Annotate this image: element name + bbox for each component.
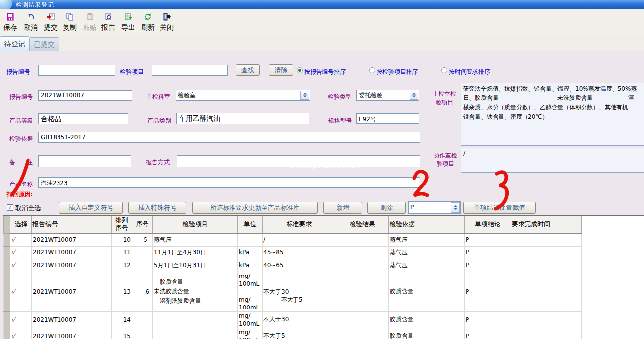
row-check[interactable]: √ <box>10 233 32 246</box>
cell-result[interactable] <box>336 311 389 328</box>
update-standard-button[interactable]: 所选标准要求更新至产品标准库 <box>192 202 318 214</box>
row-selector[interactable] <box>4 311 10 328</box>
main-items-textarea[interactable]: 研究法辛烷值、抗爆指数、铅含量、馏程、10%蒸发温度、50%蒸 日、胶质含量 未… <box>461 83 644 146</box>
cell-standard: 不大于30 <box>263 311 336 328</box>
row-check[interactable]: √ <box>10 246 32 259</box>
clear-button[interactable]: 清除 <box>269 64 293 76</box>
cancel-button[interactable]: 取消 <box>21 13 41 33</box>
row-selector[interactable] <box>4 246 10 259</box>
report-method-label: 报告方式 <box>146 158 170 167</box>
save-icon <box>6 13 14 23</box>
col-result: 检验结果 <box>336 216 389 233</box>
spinner-icon[interactable] <box>300 91 309 100</box>
cell-standard: / <box>263 233 336 246</box>
copy-button[interactable]: 复制 <box>60 13 80 33</box>
row-check[interactable]: √ <box>10 328 32 339</box>
cell-unit <box>238 233 263 246</box>
export-icon <box>124 13 132 23</box>
sort-by-time-radio[interactable] <box>441 67 447 73</box>
cell-standard: 不大于5 <box>263 328 336 339</box>
col-standard: 标准要求 <box>263 216 336 233</box>
cell-report-no: 2021WT10007 <box>32 272 112 311</box>
cancel-label: 取消 <box>24 23 38 32</box>
row-selector[interactable] <box>4 233 10 246</box>
cell-report-no: 2021WT10007 <box>32 311 112 328</box>
row-check[interactable]: √ <box>10 272 32 311</box>
add-button[interactable]: 新增 <box>323 202 362 214</box>
test-type-value: 委托检验 <box>359 92 382 100</box>
row-selector[interactable] <box>4 272 10 311</box>
sort-by-item-radio[interactable] <box>369 67 375 73</box>
undo-icon <box>27 13 35 23</box>
table-row[interactable]: √ 2021WT10007 12 5月1日至10月31日 kPa 40~65 蒸… <box>4 259 582 272</box>
cell-result[interactable] <box>336 246 389 259</box>
tab-pending[interactable]: 待登记 <box>0 36 29 51</box>
table-row[interactable]: √ 2021WT10007 15 mg/ 100mL 不大于5 胶质含量 P <box>4 328 582 339</box>
cell-standard: 40~65 <box>263 259 336 272</box>
cell-seq <box>132 246 153 259</box>
cell-item: 胶质含量 未洗胶质含量 溶剂洗胶质含量 <box>153 272 238 311</box>
cell-unit: mg/ 100mL <box>238 311 263 328</box>
cell-result[interactable] <box>336 272 389 311</box>
cell-conclusion: P <box>465 259 511 272</box>
table-row[interactable]: √ 2021WT10007 10 5 蒸气压 / 蒸气压 P <box>4 233 582 246</box>
row-selector[interactable] <box>4 328 10 339</box>
row-selector[interactable] <box>4 259 10 272</box>
refresh-button[interactable]: 刷新 <box>138 13 158 33</box>
refresh-label: 刷新 <box>141 23 155 32</box>
cell-result[interactable] <box>336 259 389 272</box>
col-report-no: 报告编号 <box>32 216 112 233</box>
sort-by-report-no-radio[interactable] <box>297 67 303 73</box>
table-row[interactable]: √ 2021WT10007 11 11月1日至4月30日 kPa 45~85 蒸… <box>4 246 582 259</box>
product-grade-input[interactable]: 合格品 <box>38 113 128 124</box>
product-name-input[interactable]: 汽油2323 <box>38 177 420 188</box>
save-button[interactable]: 保存 <box>0 13 20 33</box>
export-button[interactable]: 导出 <box>118 13 138 33</box>
cell-result[interactable] <box>336 328 389 339</box>
close-button[interactable]: 关闭 <box>157 13 176 33</box>
row-header-corner <box>4 216 10 233</box>
cell-conclusion: P <box>465 311 511 328</box>
product-category-input[interactable]: 车用乙醇汽油 <box>176 113 309 124</box>
search-item-input[interactable] <box>152 65 228 76</box>
remark-label: 备 注 <box>9 158 33 167</box>
coop-items-textarea[interactable]: / <box>461 148 644 173</box>
tab-submitted[interactable]: 已提交 <box>29 37 59 51</box>
cell-item <box>153 328 238 339</box>
test-type-label: 检验类型 <box>328 93 351 101</box>
insert-special-symbol-button[interactable]: 插入特殊符号 <box>128 202 186 214</box>
submit-button[interactable]: 提交 <box>41 13 60 33</box>
copy-label: 复制 <box>63 23 77 32</box>
cell-order: 14 <box>112 311 132 328</box>
cell-conclusion: P <box>465 246 511 259</box>
row-check[interactable]: √ <box>10 259 32 272</box>
spinner-icon[interactable] <box>451 202 460 213</box>
tab-strip: 待登记 已提交 <box>0 35 644 51</box>
spinner-icon[interactable] <box>410 91 418 100</box>
spec-model-input[interactable]: E92号 <box>356 113 419 124</box>
watermark: www.pHome.NET <box>289 162 362 170</box>
conclusion-combo[interactable]: P <box>408 201 461 214</box>
conclusion-value: P <box>410 204 414 211</box>
cell-unit: kPa <box>238 246 263 259</box>
save-label: 保存 <box>3 23 17 32</box>
row-check[interactable]: √ <box>10 311 32 328</box>
cell-result[interactable] <box>336 233 389 246</box>
grid-header-row: 选择 报告编号 排列 序号 序号 检验项目 单位 标准要求 检验结果 检验依据 … <box>4 216 582 233</box>
find-button[interactable]: 查找 <box>236 64 260 76</box>
product-category-label: 产品类别 <box>147 117 171 125</box>
insert-custom-symbol-button[interactable]: 插入自定义符号 <box>59 202 123 214</box>
main-dept-combo[interactable]: 检验室 <box>176 90 310 101</box>
report-button[interactable]: 报告 <box>98 13 118 33</box>
table-row[interactable]: √ 2021WT10007 14 mg/ 100mL 不大于30 胶质含量 P <box>4 311 582 328</box>
test-type-combo[interactable]: 委托检验 <box>356 90 419 101</box>
table-row[interactable]: √ 2021WT10007 13 6 胶质含量 未洗胶质含量 溶剂洗胶质含量 m… <box>4 272 582 311</box>
batch-assign-button[interactable]: 单项结论批量赋值 <box>463 202 536 214</box>
submit-icon <box>47 13 55 23</box>
delete-button[interactable]: 删除 <box>367 202 406 214</box>
uncheck-all-checkbox[interactable]: ✓ <box>7 204 13 211</box>
basis-input[interactable]: GB18351-2017 <box>38 132 420 143</box>
search-report-no-input[interactable] <box>38 65 115 76</box>
remark-input[interactable] <box>38 155 131 167</box>
report-no-input[interactable]: 2021WT10007 <box>38 90 132 101</box>
